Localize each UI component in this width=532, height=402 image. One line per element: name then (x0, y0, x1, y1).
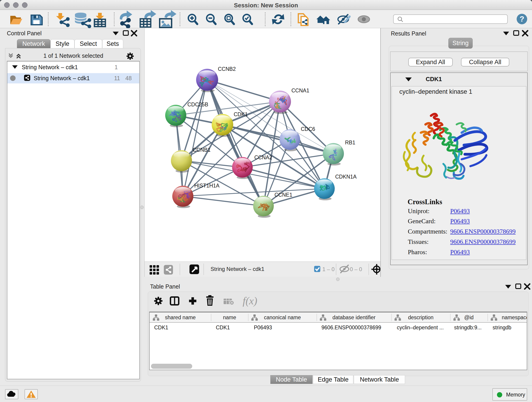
svg-text:CDC25B: CDC25B (187, 102, 208, 108)
svg-text:CCNE1: CCNE1 (274, 192, 292, 198)
svg-text:CDK1: CDK1 (234, 111, 248, 117)
svg-text:HIST1H1A: HIST1H1A (194, 183, 220, 189)
svg-text:CCNB2: CCNB2 (218, 66, 236, 72)
svg-text:CDKN1A: CDKN1A (335, 174, 357, 180)
svg-text:CCNB1: CCNB1 (193, 147, 210, 153)
svg-text:CCNA1: CCNA1 (291, 88, 309, 94)
svg-text:f(x): f(x) (243, 295, 257, 307)
svg-text:CDC6: CDC6 (301, 126, 315, 132)
svg-text:RB1: RB1 (345, 140, 355, 146)
svg-text:CCNA2: CCNA2 (254, 154, 272, 160)
